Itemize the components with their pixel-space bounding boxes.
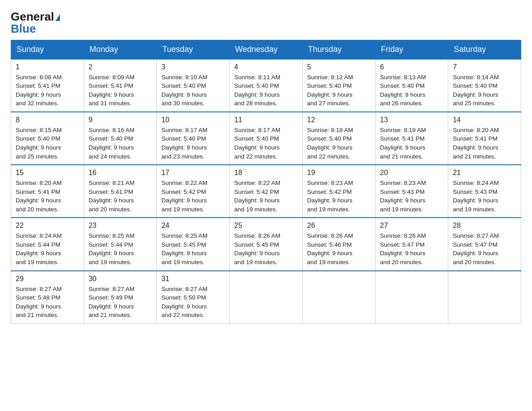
day-number: 16 <box>89 169 152 177</box>
weekday-header-saturday: Saturday <box>448 40 521 59</box>
day-info: Sunrise: 8:18 AM Sunset: 5:40 PM Dayligh… <box>307 126 371 161</box>
day-info: Sunrise: 8:17 AM Sunset: 5:40 PM Dayligh… <box>234 126 298 161</box>
week-row-5: 29 Sunrise: 8:27 AM Sunset: 5:48 PM Dayl… <box>11 271 521 324</box>
day-info: Sunrise: 8:12 AM Sunset: 5:40 PM Dayligh… <box>307 73 371 108</box>
day-number: 25 <box>234 222 298 230</box>
day-info: Sunrise: 8:25 AM Sunset: 5:45 PM Dayligh… <box>161 231 225 266</box>
day-info: Sunrise: 8:26 AM Sunset: 5:45 PM Dayligh… <box>234 231 298 266</box>
day-info: Sunrise: 8:21 AM Sunset: 5:41 PM Dayligh… <box>89 179 152 214</box>
day-cell-9: 9 Sunrise: 8:16 AM Sunset: 5:40 PM Dayli… <box>84 112 157 165</box>
day-number: 12 <box>307 116 371 124</box>
calendar-table: SundayMondayTuesdayWednesdayThursdayFrid… <box>11 40 521 324</box>
day-info: Sunrise: 8:26 AM Sunset: 5:46 PM Dayligh… <box>307 231 371 266</box>
day-info: Sunrise: 8:19 AM Sunset: 5:41 PM Dayligh… <box>380 126 444 161</box>
weekday-header-tuesday: Tuesday <box>157 40 230 59</box>
day-cell-21: 21 Sunrise: 8:24 AM Sunset: 5:43 PM Dayl… <box>448 165 521 218</box>
logo: General Blue <box>11 11 60 35</box>
day-number: 10 <box>161 116 225 124</box>
day-cell-27: 27 Sunrise: 8:26 AM Sunset: 5:47 PM Dayl… <box>375 218 448 270</box>
day-info: Sunrise: 8:20 AM Sunset: 5:41 PM Dayligh… <box>453 126 516 161</box>
day-cell-20: 20 Sunrise: 8:23 AM Sunset: 5:43 PM Dayl… <box>375 165 448 218</box>
day-number: 5 <box>307 63 371 71</box>
day-number: 7 <box>453 63 516 71</box>
day-number: 15 <box>16 169 79 177</box>
day-cell-24: 24 Sunrise: 8:25 AM Sunset: 5:45 PM Dayl… <box>157 218 230 270</box>
day-info: Sunrise: 8:27 AM Sunset: 5:49 PM Dayligh… <box>89 285 152 320</box>
day-number: 8 <box>16 116 79 124</box>
day-cell-1: 1 Sunrise: 8:08 AM Sunset: 5:41 PM Dayli… <box>11 59 84 112</box>
day-cell-26: 26 Sunrise: 8:26 AM Sunset: 5:46 PM Dayl… <box>302 218 375 270</box>
day-number: 31 <box>161 275 225 283</box>
weekday-header-row: SundayMondayTuesdayWednesdayThursdayFrid… <box>11 40 521 59</box>
weekday-header-wednesday: Wednesday <box>230 40 303 59</box>
day-cell-25: 25 Sunrise: 8:26 AM Sunset: 5:45 PM Dayl… <box>230 218 303 270</box>
day-number: 19 <box>307 169 371 177</box>
day-cell-18: 18 Sunrise: 8:22 AM Sunset: 5:42 PM Dayl… <box>230 165 303 218</box>
day-number: 26 <box>307 222 371 230</box>
day-cell-7: 7 Sunrise: 8:14 AM Sunset: 5:40 PM Dayli… <box>448 59 521 112</box>
weekday-header-sunday: Sunday <box>11 40 84 59</box>
day-number: 17 <box>161 169 225 177</box>
day-number: 6 <box>380 63 444 71</box>
week-row-1: 1 Sunrise: 8:08 AM Sunset: 5:41 PM Dayli… <box>11 59 521 112</box>
day-info: Sunrise: 8:13 AM Sunset: 5:40 PM Dayligh… <box>380 73 444 108</box>
day-info: Sunrise: 8:09 AM Sunset: 5:41 PM Dayligh… <box>89 73 152 108</box>
day-cell-14: 14 Sunrise: 8:20 AM Sunset: 5:41 PM Dayl… <box>448 112 521 165</box>
day-number: 2 <box>89 63 152 71</box>
day-number: 20 <box>380 169 444 177</box>
week-row-3: 15 Sunrise: 8:20 AM Sunset: 5:41 PM Dayl… <box>11 165 521 218</box>
day-number: 3 <box>161 63 225 71</box>
day-info: Sunrise: 8:11 AM Sunset: 5:40 PM Dayligh… <box>234 73 298 108</box>
day-cell-30: 30 Sunrise: 8:27 AM Sunset: 5:49 PM Dayl… <box>84 271 157 324</box>
empty-cell <box>302 271 375 324</box>
day-number: 30 <box>89 275 152 283</box>
day-number: 22 <box>16 222 79 230</box>
day-cell-11: 11 Sunrise: 8:17 AM Sunset: 5:40 PM Dayl… <box>230 112 303 165</box>
day-number: 21 <box>453 169 516 177</box>
day-cell-22: 22 Sunrise: 8:24 AM Sunset: 5:44 PM Dayl… <box>11 218 84 270</box>
day-info: Sunrise: 8:27 AM Sunset: 5:48 PM Dayligh… <box>16 285 79 320</box>
page-header: General Blue <box>11 11 521 35</box>
week-row-4: 22 Sunrise: 8:24 AM Sunset: 5:44 PM Dayl… <box>11 218 521 270</box>
day-cell-6: 6 Sunrise: 8:13 AM Sunset: 5:40 PM Dayli… <box>375 59 448 112</box>
day-info: Sunrise: 8:10 AM Sunset: 5:40 PM Dayligh… <box>161 73 225 108</box>
day-cell-28: 28 Sunrise: 8:27 AM Sunset: 5:47 PM Dayl… <box>448 218 521 270</box>
day-cell-16: 16 Sunrise: 8:21 AM Sunset: 5:41 PM Dayl… <box>84 165 157 218</box>
logo-general: General <box>11 11 60 23</box>
day-cell-4: 4 Sunrise: 8:11 AM Sunset: 5:40 PM Dayli… <box>230 59 303 112</box>
day-cell-2: 2 Sunrise: 8:09 AM Sunset: 5:41 PM Dayli… <box>84 59 157 112</box>
day-cell-31: 31 Sunrise: 8:27 AM Sunset: 5:50 PM Dayl… <box>157 271 230 324</box>
logo-blue: Blue <box>11 23 60 35</box>
day-number: 13 <box>380 116 444 124</box>
day-number: 1 <box>16 63 79 71</box>
weekday-header-friday: Friday <box>375 40 448 59</box>
day-number: 29 <box>16 275 79 283</box>
day-number: 9 <box>89 116 152 124</box>
day-number: 24 <box>161 222 225 230</box>
day-info: Sunrise: 8:16 AM Sunset: 5:40 PM Dayligh… <box>89 126 152 161</box>
day-info: Sunrise: 8:20 AM Sunset: 5:41 PM Dayligh… <box>16 179 79 214</box>
day-info: Sunrise: 8:24 AM Sunset: 5:44 PM Dayligh… <box>16 231 79 266</box>
day-info: Sunrise: 8:15 AM Sunset: 5:40 PM Dayligh… <box>16 126 79 161</box>
day-info: Sunrise: 8:23 AM Sunset: 5:42 PM Dayligh… <box>307 179 371 214</box>
weekday-header-monday: Monday <box>84 40 157 59</box>
day-info: Sunrise: 8:24 AM Sunset: 5:43 PM Dayligh… <box>453 179 516 214</box>
day-info: Sunrise: 8:22 AM Sunset: 5:42 PM Dayligh… <box>161 179 225 214</box>
day-cell-29: 29 Sunrise: 8:27 AM Sunset: 5:48 PM Dayl… <box>11 271 84 324</box>
day-info: Sunrise: 8:26 AM Sunset: 5:47 PM Dayligh… <box>380 231 444 266</box>
empty-cell <box>448 271 521 324</box>
day-info: Sunrise: 8:23 AM Sunset: 5:43 PM Dayligh… <box>380 179 444 214</box>
weekday-header-thursday: Thursday <box>302 40 375 59</box>
day-info: Sunrise: 8:27 AM Sunset: 5:47 PM Dayligh… <box>453 231 516 266</box>
day-info: Sunrise: 8:08 AM Sunset: 5:41 PM Dayligh… <box>16 73 79 108</box>
empty-cell <box>375 271 448 324</box>
day-number: 14 <box>453 116 516 124</box>
day-info: Sunrise: 8:22 AM Sunset: 5:42 PM Dayligh… <box>234 179 298 214</box>
day-number: 28 <box>453 222 516 230</box>
day-info: Sunrise: 8:14 AM Sunset: 5:40 PM Dayligh… <box>453 73 516 108</box>
week-row-2: 8 Sunrise: 8:15 AM Sunset: 5:40 PM Dayli… <box>11 112 521 165</box>
day-cell-23: 23 Sunrise: 8:25 AM Sunset: 5:44 PM Dayl… <box>84 218 157 270</box>
day-cell-12: 12 Sunrise: 8:18 AM Sunset: 5:40 PM Dayl… <box>302 112 375 165</box>
day-info: Sunrise: 8:27 AM Sunset: 5:50 PM Dayligh… <box>161 285 225 320</box>
day-info: Sunrise: 8:17 AM Sunset: 5:40 PM Dayligh… <box>161 126 225 161</box>
